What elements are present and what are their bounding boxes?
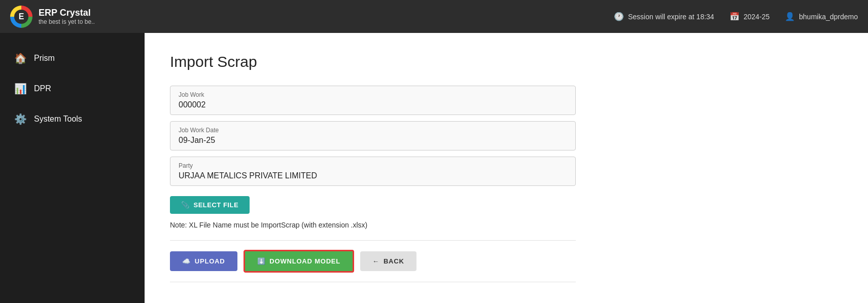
clock-icon: 🕐: [614, 12, 624, 21]
job-work-date-label: Job Work Date: [179, 127, 567, 134]
job-work-date-value: 09-Jan-25: [179, 136, 567, 145]
header-right: 🕐 Session will expire at 18:34 📅 2024-25…: [614, 12, 858, 21]
gear-icon: ⚙️: [14, 113, 27, 125]
home-icon: 🏠: [14, 52, 27, 64]
sidebar-item-prism[interactable]: 🏠 Prism: [0, 43, 145, 73]
download-icon: ⬇️: [257, 257, 266, 265]
year-label: 2024-25: [744, 13, 770, 21]
upload-label: UPLOAD: [195, 257, 225, 265]
select-file-label: SELECT FILE: [194, 201, 239, 209]
back-arrow-icon: ←: [372, 257, 379, 265]
job-work-date-field: Job Work Date 09-Jan-25: [170, 121, 576, 150]
page-title: Import Scrap: [170, 53, 843, 70]
user-info: 👤 bhumika_dprdemo: [785, 12, 858, 21]
user-icon: 👤: [785, 12, 795, 21]
year-info: 📅 2024-25: [730, 12, 770, 21]
upload-icon: ☁️: [182, 257, 191, 265]
sidebar-label-system-tools: System Tools: [34, 115, 82, 124]
note-text: Note: XL File Name must be ImportScrap (…: [170, 221, 843, 229]
calendar-icon: 📅: [730, 12, 740, 21]
sidebar-item-system-tools[interactable]: ⚙️ System Tools: [0, 104, 145, 134]
party-value: URJAA METALICS PRIVATE LIMITED: [179, 171, 567, 180]
job-work-label: Job Work: [179, 91, 567, 98]
app-subtitle: the best is yet to be..: [39, 18, 95, 25]
select-file-button[interactable]: 📎 SELECT FILE: [170, 196, 250, 214]
upload-button[interactable]: ☁️ UPLOAD: [170, 251, 237, 271]
party-label: Party: [179, 162, 567, 169]
chart-icon: 📊: [14, 83, 27, 95]
action-buttons: ☁️ UPLOAD ⬇️ DOWNLOAD MODEL ← BACK: [170, 240, 576, 282]
sidebar-label-prism: Prism: [34, 54, 55, 63]
party-field: Party URJAA METALICS PRIVATE LIMITED: [170, 157, 576, 186]
buttons-area: 📎 SELECT FILE Note: XL File Name must be…: [170, 196, 843, 282]
layout: 🏠 Prism 📊 DPR ⚙️ System Tools Import Scr…: [0, 33, 868, 303]
sidebar-label-dpr: DPR: [34, 84, 51, 93]
sidebar-item-dpr[interactable]: 📊 DPR: [0, 73, 145, 104]
session-label: Session will expire at 18:34: [628, 13, 714, 21]
back-button[interactable]: ← BACK: [360, 251, 416, 271]
job-work-field: Job Work 000002: [170, 86, 576, 115]
download-model-button[interactable]: ⬇️ DOWNLOAD MODEL: [244, 250, 355, 273]
paperclip-icon: 📎: [181, 201, 190, 209]
back-label: BACK: [384, 257, 404, 265]
app-name: ERP Crystal: [39, 8, 95, 18]
sidebar: 🏠 Prism 📊 DPR ⚙️ System Tools: [0, 33, 145, 303]
logo-area: E ERP Crystal the best is yet to be..: [10, 6, 614, 28]
logo-letter: E: [19, 12, 24, 21]
main-content: Import Scrap Job Work 000002 Job Work Da…: [145, 33, 868, 303]
session-info: 🕐 Session will expire at 18:34: [614, 12, 714, 21]
user-label: bhumika_dprdemo: [799, 13, 858, 21]
job-work-value: 000002: [179, 100, 567, 109]
header: E ERP Crystal the best is yet to be.. 🕐 …: [0, 0, 868, 33]
logo-icon: E: [10, 6, 32, 28]
logo-text: ERP Crystal the best is yet to be..: [39, 8, 95, 25]
download-label: DOWNLOAD MODEL: [269, 257, 340, 265]
